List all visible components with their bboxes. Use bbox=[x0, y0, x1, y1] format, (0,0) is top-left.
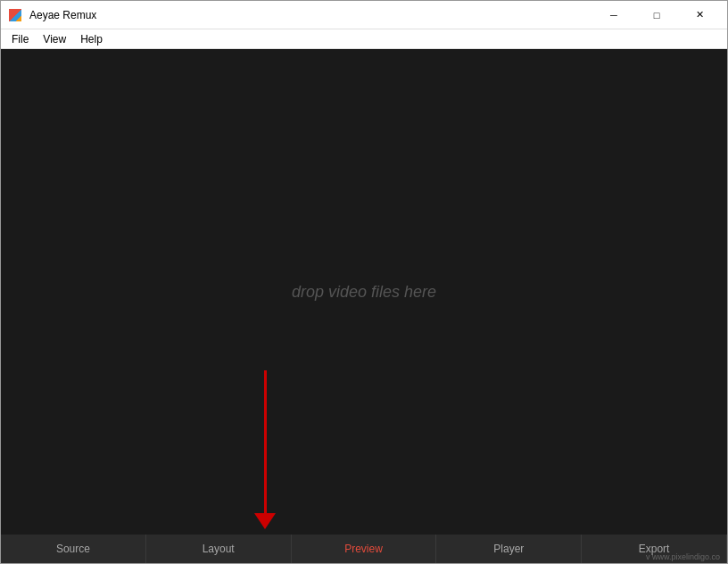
drop-hint-text: drop video files here bbox=[292, 283, 436, 302]
app-window: Aeyae Remux ─ □ ✕ File View Help drop vi… bbox=[0, 0, 728, 564]
tab-layout[interactable]: Layout bbox=[146, 535, 292, 563]
tab-preview[interactable]: Preview bbox=[292, 535, 437, 563]
close-button[interactable]: ✕ bbox=[679, 1, 720, 29]
window-title: Aeyae Remux bbox=[29, 9, 593, 21]
tab-player[interactable]: Player bbox=[436, 535, 582, 563]
menu-item-view[interactable]: View bbox=[36, 31, 73, 47]
bottom-tab-bar: Source Layout Preview Player Export v ww… bbox=[1, 535, 727, 563]
app-icon bbox=[8, 8, 22, 22]
arrow-line bbox=[264, 370, 267, 513]
arrow-head bbox=[254, 513, 276, 529]
menu-item-file[interactable]: File bbox=[4, 31, 36, 47]
main-content-area[interactable]: drop video files here bbox=[1, 49, 727, 535]
maximize-button[interactable]: □ bbox=[636, 1, 677, 29]
menu-bar: File View Help bbox=[1, 29, 727, 49]
arrow-indicator bbox=[254, 370, 276, 529]
tab-bar-info: v www.pixelindigo.co bbox=[646, 552, 720, 561]
window-controls: ─ □ ✕ bbox=[593, 1, 720, 29]
minimize-button[interactable]: ─ bbox=[593, 1, 634, 29]
tab-source[interactable]: Source bbox=[1, 535, 146, 563]
menu-item-help[interactable]: Help bbox=[73, 31, 110, 47]
title-bar: Aeyae Remux ─ □ ✕ bbox=[1, 1, 727, 29]
